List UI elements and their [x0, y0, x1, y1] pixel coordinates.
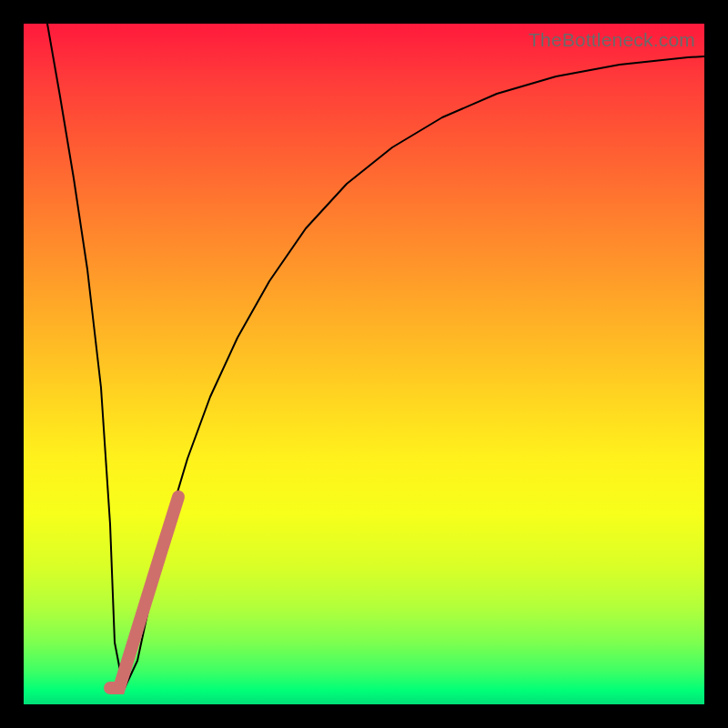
chart-svg — [24, 24, 704, 704]
highlighted-range-marker — [110, 497, 178, 688]
chart-plot-area: TheBottleneck.com — [24, 24, 704, 704]
